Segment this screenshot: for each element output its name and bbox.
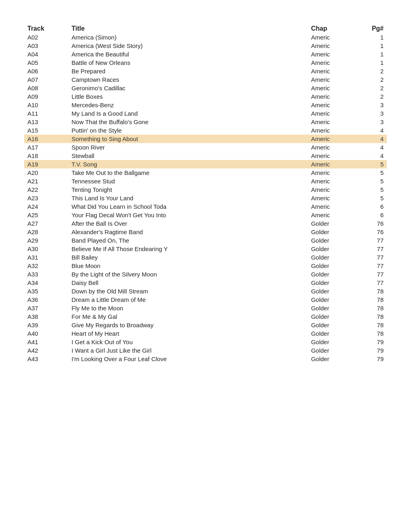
cell-chap: Americ [308,135,358,143]
cell-pg: 4 [358,135,387,143]
cell-pg: 79 [358,346,387,355]
cell-pg: 77 [358,278,387,287]
cell-chap: Americ [308,160,358,168]
cell-chap: Golder [308,245,358,253]
table-row: A22Tenting TonightAmeric5 [24,185,387,194]
cell-chap: Americ [308,109,358,118]
cell-chap: Golder [308,262,358,270]
cell-pg: 1 [358,58,387,67]
cell-title: Tennessee Stud [68,177,307,185]
cell-pg: 3 [358,118,387,126]
cell-chap: Golder [308,321,358,329]
cell-chap: Golder [308,304,358,312]
cell-pg: 79 [358,355,387,363]
track-listing-table: Track Title Chap Pg# A02America (Simon)A… [24,24,387,363]
table-row: A21Tennessee StudAmeric5 [24,177,387,185]
table-row: A07Camptown RacesAmeric2 [24,75,387,84]
cell-title: Be Prepared [68,67,307,75]
cell-track: A40 [24,329,68,338]
cell-pg: 76 [358,228,387,236]
cell-pg: 1 [358,50,387,58]
cell-pg: 77 [358,245,387,253]
table-row: A09Little BoxesAmeric2 [24,92,387,101]
cell-title: By the Light of the Silvery Moon [68,270,307,278]
cell-title: I Get a Kick Out of You [68,338,307,346]
cell-track: A37 [24,304,68,312]
cell-title: America the Beautiful [68,50,307,58]
cell-title: Fly Me to the Moon [68,304,307,312]
table-row: A38For Me & My GalGolder78 [24,312,387,321]
cell-title: Dream a Little Dream of Me [68,295,307,304]
cell-pg: 5 [358,168,387,177]
cell-chap: Americ [308,185,358,194]
cell-pg: 77 [358,236,387,245]
cell-chap: Americ [308,143,358,152]
cell-chap: Golder [308,236,358,245]
cell-chap: Americ [308,67,358,75]
table-row: A29Band Played On, TheGolder77 [24,236,387,245]
table-row: A33By the Light of the Silvery MoonGolde… [24,270,387,278]
table-row: A13Now That the Buffalo's GoneAmeric3 [24,118,387,126]
cell-pg: 78 [358,295,387,304]
cell-title: This Land Is Your Land [68,194,307,202]
cell-track: A17 [24,143,68,152]
cell-chap: Americ [308,118,358,126]
cell-track: A15 [24,126,68,135]
table-row: A17Spoon RiverAmeric4 [24,143,387,152]
header-track: Track [24,24,68,33]
table-row: A40Heart of My HeartGolder78 [24,329,387,338]
table-row: A03America (West Side Story)Americ1 [24,42,387,50]
cell-track: A03 [24,42,68,50]
header-pg: Pg# [358,24,387,33]
cell-title: Tenting Tonight [68,185,307,194]
table-row: A32Blue MoonGolder77 [24,262,387,270]
table-row: A24What Did You Learn in School TodaAmer… [24,202,387,211]
cell-title: Camptown Races [68,75,307,84]
cell-title: I'm Looking Over a Four Leaf Clove [68,355,307,363]
cell-chap: Golder [308,228,358,236]
cell-title: Heart of My Heart [68,329,307,338]
cell-title: After the Ball Is Over [68,219,307,228]
cell-track: A05 [24,58,68,67]
cell-title: America (Simon) [68,33,307,42]
table-row: A35Down by the Old Mill StreamGolder78 [24,287,387,295]
cell-chap: Golder [308,346,358,355]
cell-pg: 6 [358,202,387,211]
cell-track: A22 [24,185,68,194]
cell-track: A38 [24,312,68,321]
cell-pg: 5 [358,185,387,194]
cell-title: For Me & My Gal [68,312,307,321]
cell-chap: Americ [308,126,358,135]
cell-pg: 6 [358,211,387,219]
cell-title: Something to Sing About [68,135,307,143]
cell-chap: Americ [308,58,358,67]
cell-track: A06 [24,67,68,75]
table-row: A34Daisy BellGolder77 [24,278,387,287]
cell-track: A04 [24,50,68,58]
cell-track: A24 [24,202,68,211]
cell-pg: 4 [358,152,387,160]
cell-chap: Americ [308,177,358,185]
table-row: A30Believe Me If All Those Endearing YGo… [24,245,387,253]
cell-pg: 5 [358,160,387,168]
cell-track: A18 [24,152,68,160]
cell-chap: Americ [308,168,358,177]
cell-pg: 3 [358,109,387,118]
cell-chap: Americ [308,33,358,42]
cell-track: A32 [24,262,68,270]
cell-title: My Land Is a Good Land [68,109,307,118]
cell-pg: 1 [358,42,387,50]
cell-title: Spoon River [68,143,307,152]
cell-chap: Americ [308,211,358,219]
cell-title: Battle of New Orleans [68,58,307,67]
table-row: A02America (Simon)Americ1 [24,33,387,42]
cell-pg: 78 [358,321,387,329]
table-row: A36Dream a Little Dream of MeGolder78 [24,295,387,304]
cell-chap: Americ [308,75,358,84]
cell-track: A30 [24,245,68,253]
cell-track: A27 [24,219,68,228]
cell-pg: 2 [358,84,387,92]
table-row: A28Alexander's Ragtime BandGolder76 [24,228,387,236]
cell-pg: 2 [358,75,387,84]
cell-pg: 78 [358,329,387,338]
